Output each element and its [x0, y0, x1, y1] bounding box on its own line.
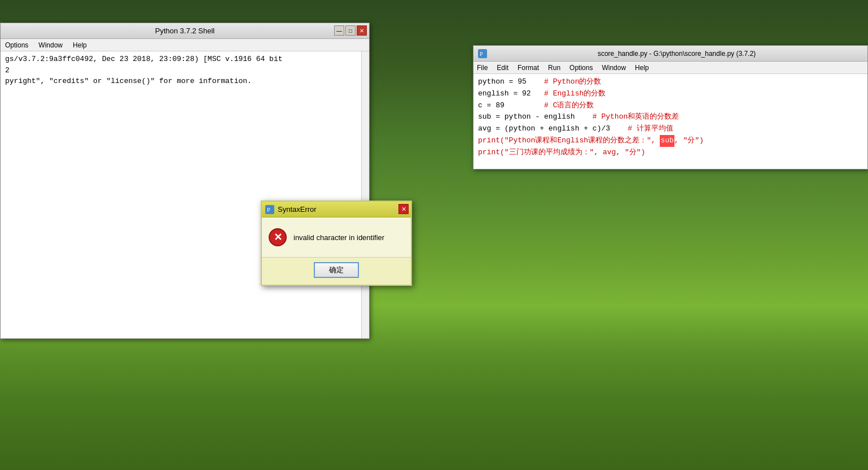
shell-menu-options[interactable]: Options	[3, 41, 30, 49]
shell-minimize-btn[interactable]: —	[334, 25, 344, 36]
editor-menu-format[interactable]: Format	[516, 64, 540, 72]
shell-maximize-btn[interactable]: □	[345, 25, 356, 36]
svg-text:P: P	[480, 51, 483, 57]
editor-titlebar: P score_handle.py - G:\python\score_hand…	[474, 46, 867, 62]
dialog-ok-button[interactable]: 确定	[314, 262, 359, 278]
code-line-7: print("三门功课的平均成绩为：", avg, "分")	[478, 147, 863, 159]
highlighted-variable: sub	[660, 135, 674, 147]
editor-menu-window[interactable]: Window	[600, 64, 627, 72]
editor-menu-edit[interactable]: Edit	[496, 64, 510, 72]
python-shell-window: Python 3.7.2 Shell — □ ✕ Options Window …	[0, 23, 370, 339]
shell-close-btn[interactable]: ✕	[357, 25, 367, 36]
editor-app-icon: P	[478, 49, 487, 58]
dialog-footer: 确定	[262, 257, 411, 285]
code-line-2: english = 92 # English的分数	[478, 88, 863, 100]
code-line-1: python = 95 # Python的分数	[478, 76, 863, 88]
editor-menu-file[interactable]: File	[476, 64, 489, 72]
dialog-title: SyntaxError	[278, 205, 407, 214]
dialog-body: ✕ invalid character in identifier	[262, 217, 411, 257]
code-line-5: avg = (python + english + c)/3 # 计算平均值	[478, 123, 863, 135]
dialog-titlebar: P SyntaxError ✕	[262, 202, 411, 217]
editor-menu-run[interactable]: Run	[547, 64, 562, 72]
code-line-6: print("Python课程和English课程的分数之差：", sub , …	[478, 135, 863, 147]
shell-window-controls: — □ ✕	[334, 25, 367, 36]
shell-menu-help[interactable]: Help	[71, 41, 89, 49]
editor-menubar: File Edit Format Run Options Window Help	[474, 62, 867, 74]
editor-menu-help[interactable]: Help	[634, 64, 650, 72]
syntax-error-dialog: P SyntaxError ✕ ✕ invalid character in i…	[261, 201, 412, 286]
dialog-close-btn[interactable]: ✕	[398, 204, 409, 214]
shell-line-2: 2	[5, 65, 365, 76]
shell-menu-window[interactable]: Window	[36, 41, 65, 49]
shell-content-area: gs/v3.7.2:9a3ffc0492, Dec 23 2018, 23:09…	[1, 51, 369, 338]
dialog-message: invalid character in identifier	[293, 233, 384, 242]
svg-text:P: P	[267, 207, 270, 213]
editor-title: score_handle.py - G:\python\score_handle…	[490, 50, 863, 58]
editor-menu-options[interactable]: Options	[568, 64, 594, 72]
shell-titlebar: Python 3.7.2 Shell — □ ✕	[1, 23, 369, 39]
shell-line-3: pyright", "credits" or "license()" for m…	[5, 76, 365, 87]
editor-window: P score_handle.py - G:\python\score_hand…	[473, 45, 868, 169]
error-icon: ✕	[269, 228, 287, 246]
code-line-4: sub = python - english # Python和英语的分数差	[478, 111, 863, 123]
dialog-app-icon: P	[265, 205, 274, 214]
code-line-3: c = 89 # C语言的分数	[478, 100, 863, 112]
editor-content-area: python = 95 # Python的分数 english = 92 # E…	[474, 74, 867, 169]
shell-title: Python 3.7.2 Shell	[155, 27, 215, 35]
shell-menubar: Options Window Help	[1, 39, 369, 51]
shell-scrollbar[interactable]	[361, 51, 369, 338]
shell-line-1: gs/v3.7.2:9a3ffc0492, Dec 23 2018, 23:09…	[5, 54, 365, 65]
